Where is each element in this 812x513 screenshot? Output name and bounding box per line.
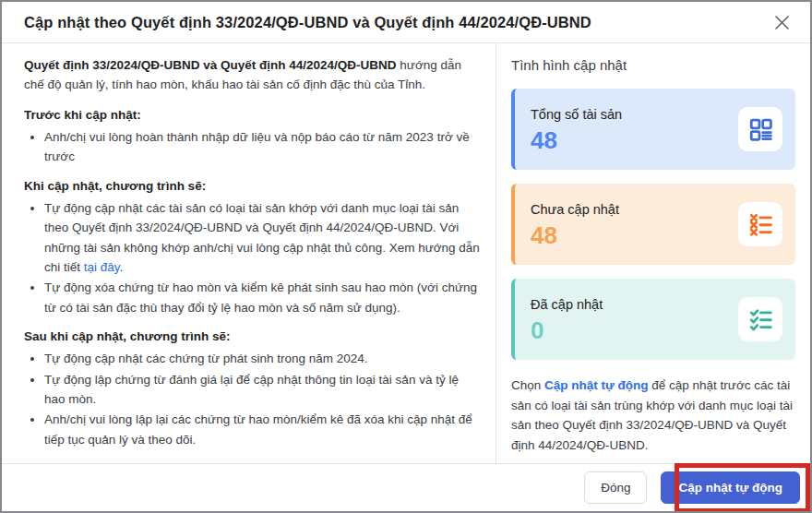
note-pre: Chọn — [511, 378, 544, 392]
auto-update-link[interactable]: Cập nhật tự động — [544, 378, 649, 392]
auto-update-button[interactable]: Cập nhật tự động — [661, 471, 800, 504]
card-value: 48 — [531, 128, 622, 152]
list-item: Tự động xóa chứng từ hao mòn và kiểm kê … — [44, 278, 481, 317]
status-panel-heading: Tình hình cập nhật — [511, 57, 795, 73]
after-update-list: Tự động cập nhật các chứng từ phát sinh … — [24, 349, 481, 449]
section-heading-after-update: Sau khi cập nhật, chương trình sẽ: — [24, 327, 481, 346]
dialog-footer: Đóng Cập nhật tự động — [2, 463, 810, 511]
instructions-column: Quyết định 33/2024/QĐ-UBND và Quyết định… — [2, 43, 496, 463]
list-x-icon — [738, 202, 782, 246]
guide-link[interactable]: tại đây — [84, 260, 120, 274]
list-check-icon — [738, 297, 782, 341]
card-label: Đã cập nhật — [531, 297, 603, 312]
section-heading-during-update: Khi cập nhật, chương trình sẽ: — [24, 176, 481, 196]
grid-list-icon — [738, 107, 782, 151]
card-value: 0 — [531, 318, 603, 342]
dialog-header: Cập nhật theo Quyết định 33/2024/QĐ-UBND… — [2, 2, 810, 43]
updated-card: Đã cập nhật 0 — [511, 279, 795, 360]
list-item: Anh/chị vui lòng hoàn thành nhập dữ liệu… — [44, 127, 481, 167]
during-update-list: Tự động cập nhật các tài sản có loại tài… — [24, 198, 481, 317]
card-texts: Tổng số tài sản 48 — [531, 107, 622, 152]
before-update-list: Anh/chị vui lòng hoàn thành nhập dữ liệu… — [24, 127, 481, 167]
card-value: 48 — [531, 223, 619, 247]
list-item: Tự động lập chứng từ đánh giá lại để cập… — [44, 370, 481, 410]
close-dialog-button[interactable]: Đóng — [584, 471, 647, 504]
intro-bold-text: Quyết định 33/2024/QĐ-UBND và Quyết định… — [24, 58, 397, 72]
x-icon — [774, 15, 790, 30]
card-label: Chưa cập nhật — [531, 202, 619, 217]
list-item: Anh/chị vui lòng lập lại các chứng từ ha… — [44, 410, 481, 449]
card-texts: Chưa cập nhật 48 — [531, 202, 619, 247]
section-heading-before-update: Trước khi cập nhật: — [24, 105, 481, 125]
status-panel: Tình hình cập nhật Tổng số tài sản 48 — [496, 43, 810, 463]
not-updated-card: Chưa cập nhật 48 — [511, 184, 795, 265]
dialog-title: Cập nhật theo Quyết định 33/2024/QĐ-UBND… — [24, 14, 591, 31]
close-button[interactable] — [770, 10, 794, 34]
total-assets-card: Tổng số tài sản 48 — [511, 89, 795, 170]
intro-paragraph: Quyết định 33/2024/QĐ-UBND và Quyết định… — [24, 55, 481, 95]
card-texts: Đã cập nhật 0 — [531, 297, 603, 342]
list-item: Tự động cập nhật các tài sản có loại tài… — [44, 198, 481, 277]
update-decision-dialog: Cập nhật theo Quyết định 33/2024/QĐ-UBND… — [0, 0, 812, 513]
bullet-text-post: . — [120, 260, 124, 274]
dialog-body: Quyết định 33/2024/QĐ-UBND và Quyết định… — [2, 43, 810, 463]
list-item: Tự động cập nhật các chứng từ phát sinh … — [44, 349, 481, 368]
panel-note: Chọn Cập nhật tự động để cập nhật trước … — [511, 376, 795, 455]
card-label: Tổng số tài sản — [531, 107, 622, 122]
